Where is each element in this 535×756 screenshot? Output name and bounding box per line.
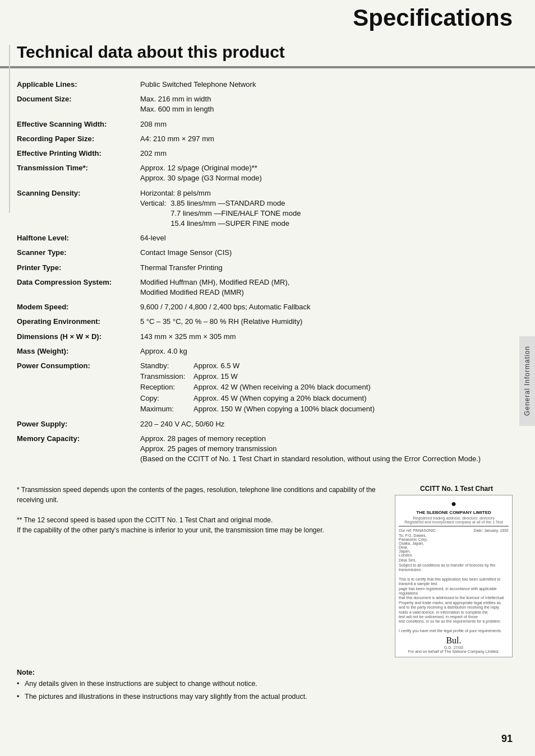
ccitt-date: Date: January, 1992 (473, 528, 509, 532)
spec-value: Modified Huffman (MH), Modified READ (MR… (140, 275, 507, 300)
spec-value-power: Standby: Approx. 6.5 W Transmission: App… (140, 359, 507, 417)
table-row: Recording Paper Size: A4: 210 mm × 297 m… (17, 132, 507, 146)
page-number: 91 (501, 733, 513, 745)
table-row: Mass (Weight): Approx. 4.0 kg (17, 344, 507, 359)
vertical-label: Vertical: (140, 198, 170, 229)
table-row: Effective Scanning Width: 208 mm (17, 117, 507, 132)
section-title: Technical data about this product (0, 34, 535, 68)
spec-value: Public Switched Telephone Network (140, 77, 507, 92)
vertical-density-table: Vertical: 3.85 lines/mm —STANDARD mode 7… (140, 198, 303, 229)
table-row: Reception: Approx. 42 W (When receiving … (140, 382, 378, 393)
vertical-value-1: 3.85 lines/mm —STANDARD mode (170, 199, 285, 207)
spec-label: Memory Capacity: (17, 432, 140, 467)
list-item: Any details given in these instructions … (17, 679, 518, 689)
table-row: Modem Speed: 9,600 / 7,200 / 4,800 / 2,4… (17, 300, 507, 314)
sidebar-section-label: General Information (519, 336, 535, 426)
table-row: Scanning Density: Horizontal: 8 pels/mm … (17, 186, 507, 231)
power-table: Standby: Approx. 6.5 W Transmission: App… (140, 361, 378, 415)
page-title-specifications: Specifications (0, 4, 513, 31)
maximum-value: Approx. 150 W (When copying a 100% black… (193, 404, 378, 415)
spec-value: 143 mm × 325 mm × 305 mm (140, 330, 507, 344)
table-row: Standby: Approx. 6.5 W (140, 361, 378, 372)
spec-value: Contact Image Sensor (CIS) (140, 245, 507, 260)
table-row: Scanner Type: Contact Image Sensor (CIS) (17, 245, 507, 260)
spec-label: Transmission Time*: (17, 161, 140, 185)
vertical-value-3: 15.4 lines/mm —SUPER FINE mode (170, 219, 289, 228)
spec-value: 220 – 240 V AC, 50/60 Hz (140, 417, 507, 432)
ccitt-address: To: P.G. Dawes, Panasonic Corp, Osaka, J… (399, 534, 509, 557)
ccitt-subtitle: Registered trading address: directors: d… (399, 516, 509, 524)
note-section: Note: Any details given in these instruc… (0, 669, 535, 701)
table-row: Power Consumption: Standby: Approx. 6.5 … (17, 359, 507, 417)
note-title: Note: (17, 669, 518, 676)
ccitt-salutation: Dear Sirs, (399, 558, 509, 562)
copy-value: Approx. 45 W (When copying a 20% black d… (193, 393, 378, 404)
ccitt-title: CCITT No. 1 Test Chart (395, 485, 518, 493)
standby-value: Approx. 6.5 W (193, 361, 378, 372)
table-row: Data Compression System: Modified Huffma… (17, 275, 507, 300)
table-row: Memory Capacity: Approx. 28 pages of mem… (17, 432, 507, 467)
spec-label: Dimensions (H × W × D): (17, 330, 140, 344)
vertical-values: 3.85 lines/mm —STANDARD mode 7.7 lines/m… (170, 198, 303, 229)
spec-value-scanning-density: Horizontal: 8 pels/mm Vertical: 3.85 lin… (140, 186, 507, 231)
spec-label: Recording Paper Size: (17, 132, 140, 146)
spec-label: Power Supply: (17, 417, 140, 432)
transmission-label: Transmission: (140, 372, 193, 382)
list-item: The pictures and illustrations in these … (17, 692, 518, 702)
spec-label: Effective Scanning Width: (17, 117, 140, 132)
spec-label: Data Compression System: (17, 275, 140, 300)
spec-value: Thermal Transfer Printing (140, 261, 507, 275)
ccitt-box: ● THE SLEBONE COMPANY LIMITED Registered… (395, 495, 513, 658)
footnote-star1-text: * Transmission speed depends upon the co… (17, 486, 376, 504)
spec-label: Operating Environment: (17, 314, 140, 329)
ccitt-section: CCITT No. 1 Test Chart ● THE SLEBONE COM… (395, 485, 518, 658)
spec-table: Applicable Lines: Public Switched Teleph… (17, 77, 507, 467)
table-row: Document Size: Max. 216 mm in widthMax. … (17, 92, 507, 117)
reception-label: Reception: (140, 382, 193, 393)
table-row: Operating Environment: 5 °C – 35 °C, 20 … (17, 314, 507, 329)
spec-label: Mass (Weight): (17, 344, 140, 359)
spec-label: Printer Type: (17, 261, 140, 275)
spec-label: Document Size: (17, 92, 140, 117)
main-content: Applicable Lines: Public Switched Teleph… (0, 71, 535, 474)
footnotes-section: * Transmission speed depends upon the co… (0, 485, 535, 658)
spec-label: Halftone Level: (17, 231, 140, 245)
ccitt-dot: ● (399, 499, 509, 509)
spec-value: 64-level (140, 231, 507, 245)
spec-value: Approx. 4.0 kg (140, 344, 507, 359)
header: Specifications (0, 0, 535, 34)
horizontal-density: Horizontal: 8 pels/mm (140, 189, 211, 197)
ccitt-signature: Bul. (399, 636, 509, 646)
maximum-label: Maximum: (140, 404, 193, 415)
spec-value: A4: 210 mm × 297 mm (140, 132, 507, 146)
footnotes-text: * Transmission speed depends upon the co… (17, 485, 378, 658)
spec-label: Scanner Type: (17, 245, 140, 260)
ccitt-company: THE SLEBONE COMPANY LIMITED (399, 510, 509, 515)
table-row: Vertical: 3.85 lines/mm —STANDARD mode 7… (140, 198, 303, 229)
spec-value: 208 mm (140, 117, 507, 132)
table-row: Applicable Lines: Public Switched Teleph… (17, 77, 507, 92)
table-row: Copy: Approx. 45 W (When copying a 20% b… (140, 393, 378, 404)
table-row: Maximum: Approx. 150 W (When copying a 1… (140, 404, 378, 415)
table-row: Power Supply: 220 – 240 V AC, 50/60 Hz (17, 417, 507, 432)
technical-data-title: Technical data about this product (17, 43, 518, 62)
standby-label: Standby: (140, 361, 193, 372)
spec-label: Modem Speed: (17, 300, 140, 314)
spec-label: Applicable Lines: (17, 77, 140, 92)
spec-value: 5 °C – 35 °C, 20 % – 80 % RH (Relative H… (140, 314, 507, 329)
table-row: Transmission: Approx. 15 W (140, 372, 378, 382)
table-row: Dimensions (H × W × D): 143 mm × 325 mm … (17, 330, 507, 344)
table-row: Halftone Level: 64-level (17, 231, 507, 245)
table-row: Transmission Time*: Approx. 12 s/page (O… (17, 161, 507, 185)
footnote-star2: ** The 12 second speed is based upon the… (17, 515, 378, 535)
spec-label: Effective Printing Width: (17, 146, 140, 161)
spec-label: Power Consumption: (17, 359, 140, 417)
spec-value: Approx. 28 pages of memory reception App… (140, 432, 507, 467)
table-row: Effective Printing Width: 202 mm (17, 146, 507, 161)
page: Specifications Technical data about this… (0, 0, 535, 756)
spec-label: Scanning Density: (17, 186, 140, 231)
spec-value: 9,600 / 7,200 / 4,800 / 2,400 bps; Autom… (140, 300, 507, 314)
spec-value: 202 mm (140, 146, 507, 161)
ccitt-divider (399, 526, 509, 527)
ccitt-sig-name: G.D. 27/03For and on behalf of The Slebo… (399, 646, 509, 653)
